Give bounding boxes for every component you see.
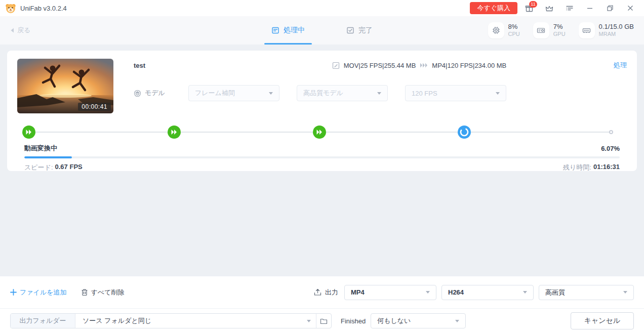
delete-all-label: すべて削除 [91,288,125,297]
toolbar: 戻る 処理中 完了 [0,16,644,45]
chevron-down-icon [523,291,527,294]
output-folder-dropdown[interactable]: ソース フォルダと同じ [75,316,307,325]
process-link[interactable]: 処理 [614,61,627,70]
finished-check-icon [346,26,354,34]
browse-folder-button[interactable] [316,314,331,328]
output-folder-value: ソース フォルダと同じ [83,316,151,325]
add-files-label: ファイルを追加 [20,288,67,297]
finished-action-value: 何もしない [377,316,411,325]
status-text: 動画変換中 [24,144,57,153]
output-format-dropdown[interactable]: MP4 [344,285,436,300]
conversion-info: MOV|25 FPS|255.44 MB MP4|120 FPS|234.00 … [225,62,614,69]
model-quality-value: 高品質モデル [303,89,343,98]
menu-icon[interactable] [561,2,578,15]
notification-badge: 11 [529,1,537,8]
chevron-down-icon [377,92,381,95]
step-done-icon [168,126,181,139]
output-quality-value: 高画質 [545,288,565,297]
cancel-button[interactable]: キャンセル [571,312,634,329]
cpu-label: CPU [508,31,520,38]
folder-icon [320,318,328,324]
export-icon [314,288,321,296]
output-codec-dropdown[interactable]: H264 [441,285,534,300]
model-type-dropdown[interactable]: フレーム補間 [188,85,279,101]
chevron-down-icon [623,291,627,294]
file-name: test [134,62,225,69]
step-done-icon [313,126,326,139]
buy-now-button[interactable]: 今すぐ購入 [470,2,517,14]
tab-bar: 処理中 完了 [268,16,376,45]
crown-icon[interactable] [541,2,558,15]
step-current-spinner-icon [458,126,471,139]
ram-icon [579,22,595,38]
output-label: 出力 [325,288,338,297]
source-info: MOV|25 FPS|255.44 MB [344,62,416,69]
output-quality-dropdown[interactable]: 高画質 [539,285,634,300]
processing-list-icon [271,26,279,34]
model-label-group: モデル [134,89,188,98]
delete-all-button[interactable]: すべて削除 [81,288,125,297]
tab-processing[interactable]: 処理中 [268,16,308,45]
system-stats: 8% CPU 7% GPU [488,22,634,38]
tab-finished-label: 完了 [358,26,373,35]
cpu-stat: 8% CPU [488,22,520,38]
cpu-value: 8% [508,23,520,31]
output-folder-group: 出力フォルダー ソース フォルダと同じ [10,313,332,328]
output-format-value: MP4 [351,288,365,296]
progress-percent: 6.07% [601,145,620,152]
cpu-icon [488,22,504,38]
finished-label: Finished [341,317,366,325]
plus-icon [10,289,17,296]
model-label: モデル [145,89,165,98]
task-card: 00:00:41 test MOV|25 FPS|255.44 MB [7,51,637,171]
add-files-button[interactable]: ファイルを追加 [10,288,67,297]
step-done-icon [22,126,35,139]
progress-steps [7,124,637,140]
ram-stat: 0.1/15.0 GB MRAM [579,22,634,38]
remaining-value: 01:16:31 [593,163,620,172]
restore-icon[interactable] [601,2,619,15]
output-folder-chevron[interactable] [307,320,316,322]
app-logo-icon [5,3,16,14]
close-icon[interactable] [622,2,639,15]
model-fps-dropdown[interactable]: 120 FPS [405,85,506,101]
gpu-stat: 7% GPU [533,22,566,38]
gift-icon[interactable]: 11 [520,2,538,15]
gpu-value: 7% [553,23,566,31]
chevron-down-icon [426,291,430,294]
progress-bar [24,156,620,158]
edit-icon[interactable] [332,62,340,69]
step-end-dot [609,130,613,134]
back-button[interactable]: 戻る [10,26,122,35]
output-folder-label: 出力フォルダー [11,314,75,328]
gpu-label: GPU [553,31,566,38]
model-type-value: フレーム補間 [195,89,235,98]
model-icon [134,90,141,97]
chevron-down-icon [269,92,273,95]
back-label: 戻る [17,26,30,35]
output-settings-bar: ファイルを追加 すべて削除 出力 MP4 H264 高画質 [0,276,644,309]
model-quality-dropdown[interactable]: 高品質モデル [297,85,388,101]
chevron-down-icon [307,320,311,322]
output-folder-bar: 出力フォルダー ソース フォルダと同じ Finished 何もしない キャンセル [0,309,644,333]
titlebar: UniFab v3.0.2.4 今すぐ購入 11 [0,0,644,16]
speed-label: スピード: [24,163,53,172]
model-fps-value: 120 FPS [412,90,437,97]
output-codec-value: H264 [448,288,464,296]
target-info: MP4|120 FPS|234.00 MB [432,62,506,69]
tab-finished[interactable]: 完了 [343,16,376,45]
chevron-down-icon [496,92,500,95]
ram-label: MRAM [599,31,634,38]
gpu-icon [533,22,549,38]
video-duration: 00:00:41 [78,103,111,111]
trash-icon [81,288,88,296]
ram-value: 0.1/15.0 GB [599,23,634,31]
tab-processing-label: 処理中 [284,26,305,35]
minimize-icon[interactable] [581,2,598,15]
speed-value: 0.67 FPS [55,163,83,172]
progress-bar-fill [24,156,72,158]
video-thumbnail[interactable]: 00:00:41 [17,59,113,113]
finished-action-dropdown[interactable]: 何もしない [371,313,466,328]
convert-arrow-icon [420,63,428,68]
content-area: 00:00:41 test MOV|25 FPS|255.44 MB [0,45,644,276]
